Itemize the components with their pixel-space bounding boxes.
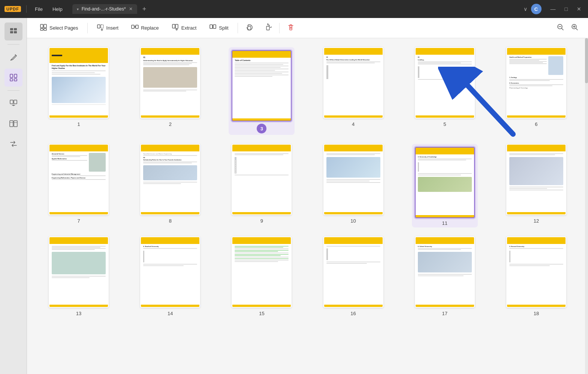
page-item[interactable]: 10 <box>311 144 396 227</box>
select-pages-button[interactable]: Select Pages <box>34 21 84 35</box>
minimize-button[interactable]: — <box>548 5 558 13</box>
page-item[interactable]: 12 <box>494 144 579 227</box>
page-thumb-4[interactable]: 02 The 10 Best Global Universities Leadi… <box>323 47 383 118</box>
zoom-in-button[interactable] <box>569 21 581 35</box>
window-dropdown[interactable]: ∨ <box>524 6 527 12</box>
sidebar-item-extract[interactable] <box>4 94 22 112</box>
page-thumb-5[interactable]: 03 Leading... <box>415 47 475 118</box>
page-number-6: 6 <box>535 121 537 127</box>
page-number-8: 8 <box>169 218 172 224</box>
page-number-2: 2 <box>169 121 172 127</box>
page-number-1: 1 <box>77 121 80 127</box>
page-thumb-7[interactable]: Actuarial Science Applied Mathematics En… <box>49 144 109 215</box>
page-item[interactable]: 9 <box>219 144 304 227</box>
scrollbar-track[interactable] <box>585 38 588 374</box>
page-thumb-8[interactable]: Naval Architecture and Marine Engineerin… <box>140 144 200 215</box>
page-item[interactable]: 6. Oxford University <box>402 236 488 316</box>
page-thumb-17[interactable]: 6. Oxford University <box>415 236 475 308</box>
page-item[interactable]: 4. Stanford University <box>127 236 213 316</box>
sidebar-item-convert[interactable] <box>4 135 22 153</box>
split-button[interactable]: Split <box>204 21 233 35</box>
page-item[interactable]: Health and Medical Preparation <box>494 47 579 135</box>
pages-grid: Find and Apply For the Best Institutes I… <box>36 47 579 316</box>
page-item[interactable]: Table of Contents <box>219 47 304 135</box>
svg-rect-2 <box>10 31 13 33</box>
replace-icon <box>131 24 139 33</box>
scrollbar-thumb[interactable] <box>585 38 588 83</box>
page-number-17: 17 <box>442 311 447 316</box>
sidebar <box>0 18 27 374</box>
close-window-button[interactable]: ✕ <box>575 5 584 13</box>
svg-rect-8 <box>10 100 13 104</box>
page-item[interactable]: Naval Architecture and Marine Engineerin… <box>127 144 213 227</box>
page-number-7: 7 <box>77 218 80 224</box>
svg-rect-11 <box>14 121 17 127</box>
insert-button[interactable]: Insert <box>91 21 124 35</box>
page-thumb-6[interactable]: Health and Medical Preparation <box>506 47 566 118</box>
page-item[interactable]: 3. University of Cambridge <box>402 144 488 227</box>
page-thumb-9[interactable] <box>232 144 292 215</box>
convert-icon <box>9 139 18 148</box>
page-item[interactable]: Actuarial Science Applied Mathematics En… <box>36 144 121 227</box>
sidebar-item-annotate[interactable] <box>4 48 22 66</box>
svg-rect-17 <box>44 28 46 30</box>
avatar[interactable]: C <box>531 4 542 14</box>
sidebar-item-thumbnails[interactable] <box>4 22 22 40</box>
page-item[interactable]: 16 <box>311 236 396 316</box>
page-thumb-11[interactable]: 3. University of Cambridge <box>415 147 475 218</box>
insert-icon <box>97 24 104 33</box>
page-item[interactable]: 13 <box>36 236 121 316</box>
page-number-18: 18 <box>534 311 539 316</box>
svg-rect-21 <box>136 25 138 28</box>
page-item[interactable]: 5. Harvard University <box>494 236 579 316</box>
page-thumb-10[interactable] <box>323 144 383 215</box>
page-number-10: 10 <box>350 218 356 224</box>
page-item[interactable]: Find and Apply For the Best Institutes I… <box>36 47 121 135</box>
close-tab-button[interactable]: ✕ <box>129 6 133 12</box>
toolbar-sep-3 <box>279 23 280 33</box>
page-item[interactable]: 03 Leading... <box>402 47 488 135</box>
page-number-11: 11 <box>442 220 447 226</box>
page-thumb-16[interactable] <box>323 236 383 308</box>
svg-line-34 <box>576 28 578 30</box>
page-item[interactable]: 01 Understanding the Need to Apply Inter… <box>127 47 213 135</box>
rotate-right-button[interactable] <box>260 21 275 36</box>
page-thumb-14[interactable]: 4. Stanford University <box>140 236 200 308</box>
page-thumb-13[interactable] <box>49 236 109 308</box>
svg-rect-24 <box>213 25 216 28</box>
page-thumb-2[interactable]: 01 Understanding the Need to Apply Inter… <box>140 47 200 118</box>
page-thumb-12[interactable] <box>506 144 566 215</box>
active-tab[interactable]: ▾ Find-and-...-r-Studies* ✕ <box>72 4 137 14</box>
page-number-9: 9 <box>260 218 263 224</box>
window-controls: — □ ✕ <box>548 5 584 13</box>
maximize-button[interactable]: □ <box>563 5 570 13</box>
sidebar-item-organize[interactable] <box>4 69 22 87</box>
add-tab-button[interactable]: + <box>142 5 147 13</box>
file-menu[interactable]: File <box>32 5 46 13</box>
help-menu[interactable]: Help <box>49 5 66 13</box>
page-thumb-15[interactable] <box>232 236 292 308</box>
extract-button[interactable]: Extract <box>166 21 202 35</box>
svg-rect-19 <box>101 25 103 28</box>
delete-button[interactable] <box>283 21 298 35</box>
pages-scroll[interactable]: Find and Apply For the Best Institutes I… <box>27 38 588 374</box>
sidebar-item-compare[interactable] <box>4 115 22 133</box>
page-number-15: 15 <box>259 311 264 316</box>
page-thumb-3[interactable]: Table of Contents <box>232 50 292 121</box>
split-label: Split <box>219 25 228 31</box>
rotate-left-button[interactable] <box>242 21 257 36</box>
thumbnails-icon <box>9 27 18 36</box>
page-number-12: 12 <box>534 218 539 224</box>
svg-rect-15 <box>44 24 46 28</box>
replace-button[interactable]: Replace <box>126 21 164 35</box>
compare-icon <box>9 119 18 128</box>
page-item[interactable]: 02 The 10 Best Global Universities Leadi… <box>311 47 396 135</box>
page-thumb-18[interactable]: 5. Harvard University <box>506 236 566 308</box>
svg-rect-9 <box>14 100 17 104</box>
titlebar: UPDF File Help ▾ Find-and-...-r-Studies*… <box>0 0 588 18</box>
page-item[interactable]: 15 <box>219 236 304 316</box>
svg-rect-7 <box>14 79 17 81</box>
page-thumb-1[interactable]: Find and Apply For the Best Institutes I… <box>49 47 109 118</box>
zoom-out-button[interactable] <box>554 21 566 35</box>
extract-sidebar-icon <box>9 99 18 108</box>
